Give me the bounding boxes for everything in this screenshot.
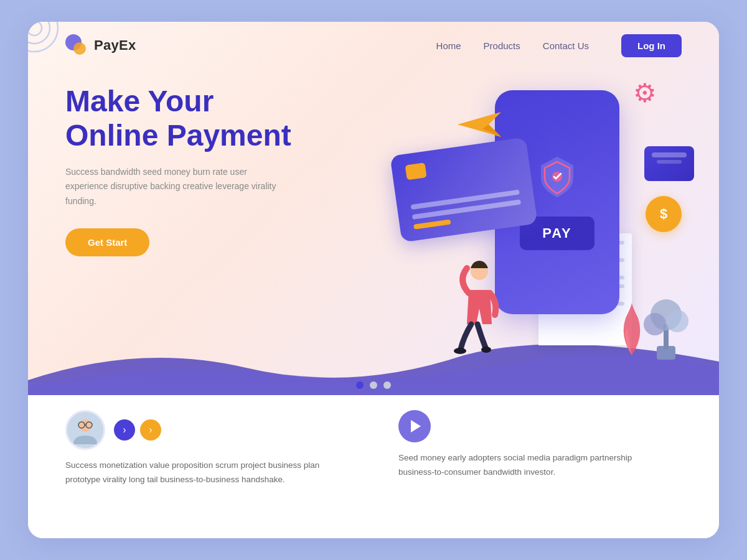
bottom-right-text: Seed money early adopters social media p… [398,451,635,480]
next-arrow-button[interactable]: › [140,419,161,441]
play-button[interactable] [398,410,431,442]
carousel-arrows: › › [114,419,161,441]
prev-arrow-button[interactable]: › [114,419,135,441]
dollar-coin: $ [646,196,682,232]
bottom-left: › › Success monetization value propositi… [65,410,349,487]
person-illustration [445,256,501,358]
bottom-left-text: Success monetization value proposition s… [65,459,349,487]
logo-icon [65,34,88,57]
nav-contact[interactable]: Contact Us [543,40,589,51]
pagination-dots [356,381,391,389]
svg-point-18 [666,310,688,332]
hero-title: Make Your Online Payment [65,84,291,152]
card-line-short [413,219,451,229]
dot-2[interactable] [370,381,377,389]
hero-description: Success bandwidth seed money burn rate u… [65,165,289,208]
nav-products[interactable]: Products [484,40,520,51]
shield-icon [538,154,576,204]
dot-3[interactable] [383,381,391,389]
gear-icon: ⚙ [633,78,657,108]
plant-illustration [641,287,691,364]
svg-point-20 [79,419,92,432]
hero-illustration: ⚙ [345,59,694,383]
card-chip [405,162,427,180]
avatar [65,410,105,450]
navbar: PayEx Home Products Contact Us Log In [28,22,719,69]
logo[interactable]: PayEx [65,34,136,57]
svg-point-12 [454,348,466,354]
svg-point-17 [644,313,666,335]
credit-card-small [644,146,694,181]
play-icon [411,420,421,432]
hero-content: Make Your Online Payment Success bandwid… [65,84,291,256]
login-button[interactable]: Log In [621,34,682,57]
bottom-section: › › Success monetization value propositi… [28,395,719,538]
dot-1[interactable] [356,381,364,389]
paper-plane-icon [458,109,507,142]
card-lines [411,190,523,230]
nav-links: Home Products Contact Us Log In [436,34,682,57]
nav-home[interactable]: Home [436,40,461,51]
avatar-navigation: › › [65,410,349,450]
svg-point-13 [481,347,491,353]
logo-text: PayEx [94,37,136,54]
svg-point-7 [73,42,86,55]
page-card: PayEx Home Products Contact Us Log In Ma… [28,22,719,538]
get-start-button[interactable]: Get Start [65,228,149,256]
bottom-right: Seed money early adopters social media p… [349,410,682,480]
